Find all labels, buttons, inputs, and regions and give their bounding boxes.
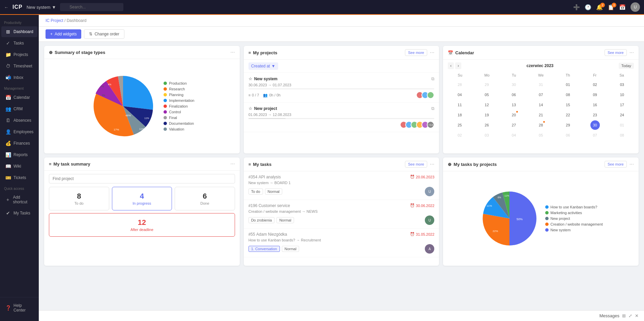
sidebar-section-management: Management (0, 83, 39, 92)
cal-day-06-next[interactable]: 06 (563, 130, 573, 140)
breadcrumb-parent[interactable]: IC Project (46, 18, 63, 23)
cal-day-17[interactable]: 17 (617, 100, 627, 110)
my-projects-see-more[interactable]: See more (405, 49, 427, 56)
cal-day-21[interactable]: 21 (536, 110, 546, 120)
sidebar-item-help[interactable]: ❓ Help Center (1, 300, 37, 315)
cal-day-01[interactable]: 01 (563, 80, 573, 89)
notification-icon[interactable]: 🔔 2 (596, 4, 603, 10)
calendar-menu[interactable]: ··· (630, 50, 634, 56)
cal-day-08-next[interactable]: 08 (617, 130, 627, 140)
task-header-55: #55 Adam Niezgódka ⏰ 31.05.2022 (248, 232, 435, 237)
cal-day-11[interactable]: 11 (455, 100, 464, 110)
calendar-icon[interactable]: 📅 (619, 4, 626, 10)
sidebar-item-wiki[interactable]: 📖 Wiki (1, 161, 37, 172)
my-projects-menu[interactable]: ··· (430, 50, 434, 56)
sidebar-item-dashboard[interactable]: ⊞ Dashboard (1, 26, 37, 37)
add-widgets-button[interactable]: + Add widgets (46, 29, 81, 39)
sidebar-item-absences[interactable]: 🗓 Absences (1, 115, 37, 126)
cal-day-22[interactable]: 22 (563, 110, 573, 120)
sidebar-item-tickets[interactable]: 🎫 Tickets (1, 172, 37, 183)
cal-day-29-prev[interactable]: 29 (482, 80, 492, 89)
search-input[interactable] (60, 3, 123, 11)
cal-day-04[interactable]: 04 (455, 90, 464, 99)
calendar-see-more[interactable]: See more (605, 49, 627, 56)
star-icon-2[interactable]: ☆ (248, 106, 252, 111)
cal-day-19[interactable]: 19 (482, 110, 492, 120)
change-order-button[interactable]: ⇅ Change order (84, 29, 124, 39)
cal-next-button[interactable]: › (455, 62, 461, 69)
sidebar-item-inbox[interactable]: 📬 Inbox (1, 72, 37, 83)
cal-day-18[interactable]: 18 (455, 110, 464, 120)
sidebar-item-projects[interactable]: 📁 Projects (1, 49, 37, 60)
sidebar-item-employees[interactable]: 👤 Employees (1, 126, 37, 137)
cal-day-27[interactable]: 27 (509, 120, 519, 130)
my-tasks-see-more[interactable]: See more (405, 161, 427, 168)
cal-day-14[interactable]: 14 (536, 100, 546, 110)
summary-widget-menu[interactable]: ··· (230, 49, 235, 55)
cal-day-09[interactable]: 09 (590, 90, 600, 99)
cal-day-01-next[interactable]: 01 (617, 120, 627, 130)
sidebar-section-quick-access: Quick access (0, 183, 39, 192)
legend-dot-val (164, 127, 167, 131)
cal-day-10[interactable]: 10 (617, 90, 627, 99)
user-avatar[interactable]: U (631, 2, 640, 12)
find-project-input[interactable] (49, 174, 235, 183)
messages-expand-icon[interactable]: ⤢ (628, 313, 632, 318)
sidebar-item-crm[interactable]: 👥 CRM (1, 104, 37, 114)
cal-day-15[interactable]: 15 (563, 100, 573, 110)
summary-widget-actions: ··· (230, 49, 235, 55)
cal-day-05-next[interactable]: 05 (536, 130, 546, 140)
cal-prev-button[interactable]: ‹ (448, 62, 454, 69)
sidebar-item-my-tasks[interactable]: ✔ My Tasks (1, 208, 37, 218)
cal-day-08[interactable]: 08 (563, 90, 573, 99)
cal-day-26[interactable]: 26 (482, 120, 492, 130)
cal-day-30-prev[interactable]: 30 (509, 80, 519, 89)
cal-day-07[interactable]: 07 (536, 90, 546, 99)
cal-day-16[interactable]: 16 (590, 100, 600, 110)
back-icon[interactable]: ← (4, 5, 8, 10)
summary-pie-chart: 46% 11% 11% 17% 7% 4% 3% (89, 72, 157, 140)
share-icon-2[interactable]: ⧉ (431, 106, 434, 111)
sidebar-item-add-shortcut[interactable]: + Add shortcut (1, 192, 37, 207)
cal-day-13[interactable]: 13 (509, 100, 519, 110)
star-icon-1[interactable]: ☆ (248, 77, 252, 81)
sidebar-item-reports[interactable]: 📊 Reports (1, 149, 37, 160)
cal-day-29[interactable]: 29 (563, 120, 573, 130)
tasks-by-projects-menu[interactable]: ··· (630, 161, 634, 167)
cal-day-07-next[interactable]: 07 (590, 130, 600, 140)
sidebar-item-calendar[interactable]: 📅 Calendar (1, 92, 37, 103)
cal-day-12[interactable]: 12 (482, 100, 492, 110)
messages-close-icon[interactable]: ✕ (635, 313, 639, 318)
cal-day-02[interactable]: 02 (590, 80, 600, 89)
sidebar-item-timesheet[interactable]: ⏱ Timesheet (1, 61, 37, 71)
add-icon[interactable]: ➕ (573, 4, 580, 10)
sidebar-label-tickets: Tickets (13, 175, 26, 180)
cal-day-31-prev[interactable]: 31 (536, 80, 546, 89)
clipboard-icon[interactable]: 📋 3 (608, 4, 614, 10)
my-tasks-actions: See more ··· (405, 161, 434, 168)
system-selector[interactable]: New system ▼ (27, 5, 56, 10)
cal-day-28-prev[interactable]: 28 (455, 80, 464, 89)
task-summary-menu[interactable]: ··· (230, 161, 235, 167)
cal-day-06[interactable]: 06 (509, 90, 519, 99)
cal-today-button[interactable]: Today (619, 63, 634, 69)
sidebar-item-finances[interactable]: 💰 Finances (1, 138, 37, 149)
history-icon[interactable]: 🕐 (585, 4, 591, 10)
cal-day-25[interactable]: 25 (455, 120, 464, 130)
my-tasks-menu[interactable]: ··· (430, 161, 434, 167)
cal-day-02-next[interactable]: 02 (455, 130, 464, 140)
cal-day-05[interactable]: 05 (482, 90, 492, 99)
sort-created-at[interactable]: Created at ▼ (248, 62, 278, 70)
cal-day-28[interactable]: 28 (536, 120, 546, 130)
cal-day-24[interactable]: 24 (617, 110, 627, 120)
cal-day-03[interactable]: 03 (617, 80, 627, 89)
cal-day-30-today[interactable]: 30 (590, 120, 600, 130)
cal-day-04-next[interactable]: 04 (509, 130, 519, 140)
tasks-by-projects-see-more[interactable]: See more (605, 161, 627, 168)
cal-day-20[interactable]: 20 (509, 110, 519, 120)
cal-day-03-next[interactable]: 03 (482, 130, 492, 140)
sidebar-item-tasks[interactable]: ✓ Tasks (1, 38, 37, 49)
cal-day-23[interactable]: 23 (590, 110, 600, 120)
share-icon-1[interactable]: ⧉ (431, 76, 434, 82)
messages-grid-icon[interactable]: ⊞ (622, 313, 626, 318)
